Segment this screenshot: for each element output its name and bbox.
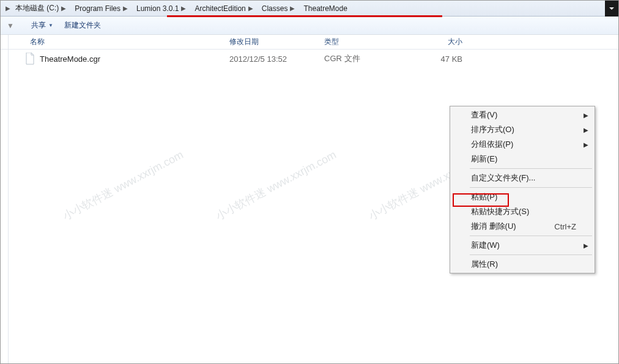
menu-separator [470, 168, 592, 169]
ctx-customize-folder[interactable]: 自定义文件夹(F)... [451, 171, 593, 185]
column-header-row: 名称 修改日期 类型 大小 [1, 35, 618, 50]
chevron-down-icon[interactable]: ▼ [7, 21, 14, 30]
context-menu: 查看(V) ▶ 排序方式(O) ▶ 分组依据(P) ▶ 刷新(E) 自定义文件夹… [450, 106, 595, 273]
breadcrumb-label: Program Files [75, 4, 120, 13]
new-folder-button[interactable]: 新建文件夹 [59, 17, 106, 34]
column-header-type[interactable]: 类型 [316, 37, 407, 47]
highlight-underline [167, 15, 442, 17]
share-button[interactable]: 共享 ▼ [26, 17, 58, 34]
file-size: 47 KB [407, 54, 462, 64]
ctx-group[interactable]: 分组依据(P) ▶ [451, 137, 593, 152]
breadcrumb-item[interactable]: Program Files ▶ [70, 1, 132, 16]
file-name: TheatreMode.cgr [40, 54, 221, 64]
breadcrumb-item[interactable]: ArchitectEdition ▶ [190, 1, 256, 16]
ctx-sort[interactable]: 排序方式(O) ▶ [451, 122, 593, 137]
address-dropdown-button[interactable] [605, 1, 618, 17]
ctx-label: 撤消 删除(U) [471, 221, 516, 232]
watermark: 小小软件迷 www.xxrjm.com [213, 147, 339, 223]
chevron-right-icon: ▶ [248, 5, 253, 12]
file-icon [24, 53, 36, 65]
file-row[interactable]: TheatreMode.cgr 2012/12/5 13:52 CGR 文件 4… [1, 50, 618, 68]
ctx-label: 刷新(E) [471, 154, 497, 165]
menu-separator [470, 187, 592, 188]
ctx-label: 自定义文件夹(F)... [471, 173, 535, 184]
ctx-new[interactable]: 新建(W) ▶ [451, 238, 593, 253]
breadcrumb-label: ArchitectEdition [195, 4, 245, 13]
ctx-label: 粘贴(P) [471, 191, 497, 202]
ctx-label: 粘贴快捷方式(S) [471, 206, 529, 217]
ctx-properties[interactable]: 属性(R) [451, 257, 593, 272]
file-type: CGR 文件 [316, 53, 407, 64]
column-header-name[interactable]: 名称 [1, 37, 221, 47]
breadcrumb-label: Lumion 3.0.1 [136, 4, 179, 13]
submenu-arrow-icon: ▶ [584, 112, 588, 119]
chevron-down-icon: ▼ [48, 23, 53, 28]
pane-splitter[interactable] [8, 35, 9, 363]
new-folder-label: 新建文件夹 [64, 20, 101, 31]
chevron-right-icon: ▶ [61, 5, 66, 12]
breadcrumb-label: Classes [262, 4, 288, 13]
ctx-label: 新建(W) [471, 240, 500, 251]
toolbar: ▼ 共享 ▼ 新建文件夹 [1, 17, 618, 35]
breadcrumb-item[interactable]: TheatreMode [298, 1, 350, 16]
chevron-right-icon: ▶ [181, 5, 186, 12]
column-header-date[interactable]: 修改日期 [221, 37, 316, 47]
breadcrumb-item[interactable]: 本地磁盘 (C:) ▶ [10, 1, 70, 16]
toolbar-leading: ▼ [7, 21, 25, 30]
ctx-view[interactable]: 查看(V) ▶ [451, 108, 593, 122]
ctx-paste[interactable]: 粘贴(P) [451, 190, 593, 204]
chevron-right-icon: ▶ [6, 5, 10, 12]
address-bar: ▶ 本地磁盘 (C:) ▶ Program Files ▶ Lumion 3.0… [1, 1, 618, 17]
ctx-label: 分组依据(P) [471, 139, 513, 150]
chevron-right-icon: ▶ [290, 5, 295, 12]
file-list[interactable]: TheatreMode.cgr 2012/12/5 13:52 CGR 文件 4… [1, 50, 618, 68]
breadcrumb-item[interactable]: Lumion 3.0.1 ▶ [132, 1, 190, 16]
share-label: 共享 [31, 20, 46, 31]
ctx-paste-shortcut[interactable]: 粘贴快捷方式(S) [451, 204, 593, 219]
column-header-size[interactable]: 大小 [407, 37, 462, 47]
menu-separator [470, 236, 592, 236]
watermark: 小小软件迷 www.xxrjm.com [60, 147, 186, 223]
ctx-label: 查看(V) [471, 110, 497, 121]
menu-separator [470, 254, 592, 255]
ctx-shortcut: Ctrl+Z [554, 222, 576, 231]
ctx-undo-delete[interactable]: 撤消 删除(U) Ctrl+Z [451, 219, 593, 234]
breadcrumb-label: TheatreMode [303, 4, 347, 13]
submenu-arrow-icon: ▶ [584, 242, 588, 249]
breadcrumb-label: 本地磁盘 (C:) [15, 3, 59, 13]
file-date: 2012/12/5 13:52 [221, 54, 316, 64]
submenu-arrow-icon: ▶ [584, 141, 588, 148]
ctx-refresh[interactable]: 刷新(E) [451, 152, 593, 166]
chevron-right-icon: ▶ [123, 5, 128, 12]
ctx-label: 排序方式(O) [471, 124, 514, 135]
breadcrumb-item[interactable]: Classes ▶ [257, 1, 299, 16]
submenu-arrow-icon: ▶ [584, 127, 588, 133]
ctx-label: 属性(R) [471, 259, 498, 270]
